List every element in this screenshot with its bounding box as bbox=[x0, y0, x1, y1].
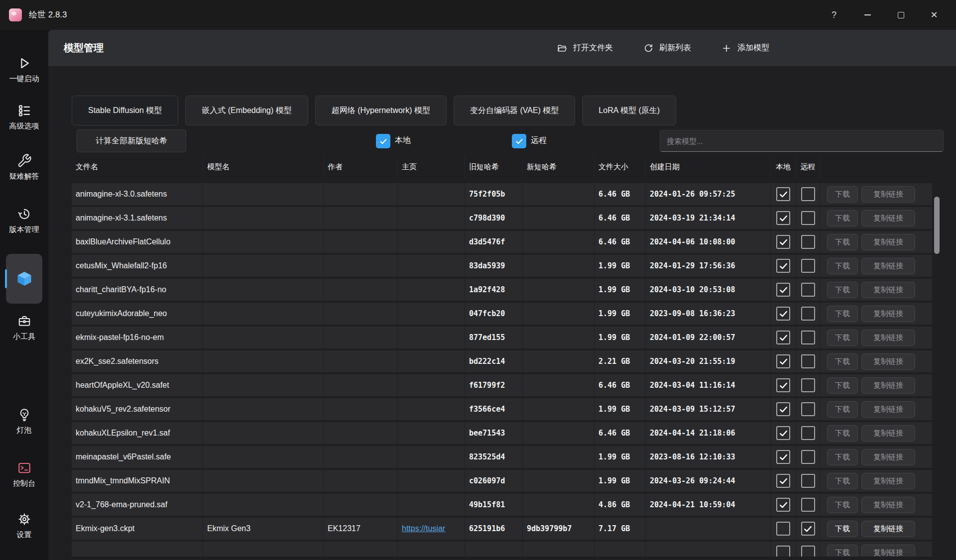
download-button[interactable]: 下载 bbox=[827, 234, 858, 250]
copy-link-button[interactable]: 复制链接 bbox=[861, 186, 915, 203]
remote-checkbox[interactable] bbox=[801, 259, 815, 273]
sidebar-item-console[interactable]: 控制台 bbox=[0, 460, 48, 488]
local-checkbox[interactable] bbox=[776, 426, 790, 440]
download-button[interactable]: 下载 bbox=[827, 473, 858, 489]
remote-checkbox[interactable] bbox=[801, 283, 815, 297]
copy-link-button[interactable]: 复制链接 bbox=[861, 353, 915, 370]
local-checkbox[interactable] bbox=[776, 498, 790, 512]
download-button[interactable]: 下载 bbox=[827, 186, 858, 203]
local-checkbox[interactable] bbox=[776, 474, 790, 488]
open-folder-button[interactable]: 打开文件夹 bbox=[557, 43, 613, 54]
download-button[interactable]: 下载 bbox=[827, 449, 858, 465]
remote-checkbox[interactable] bbox=[801, 331, 815, 344]
column-header[interactable]: 文件名 bbox=[72, 155, 203, 178]
download-button[interactable]: 下载 bbox=[827, 330, 858, 346]
tab-2[interactable]: 超网络 (Hypernetwork) 模型 bbox=[315, 96, 447, 125]
local-checkbox[interactable] bbox=[776, 211, 790, 225]
local-checkbox[interactable] bbox=[776, 331, 790, 344]
remote-checkbox[interactable] bbox=[801, 474, 815, 488]
remote-checkbox[interactable] bbox=[801, 522, 815, 536]
remote-checkbox[interactable] bbox=[801, 498, 815, 512]
tab-1[interactable]: 嵌入式 (Embedding) 模型 bbox=[185, 96, 308, 125]
local-checkbox[interactable] bbox=[776, 402, 790, 416]
remote-checkbox[interactable] bbox=[801, 307, 815, 321]
column-header[interactable]: 作者 bbox=[324, 155, 398, 178]
add-model-button[interactable]: 添加模型 bbox=[721, 43, 769, 54]
local-checkbox[interactable] bbox=[776, 283, 790, 297]
download-button[interactable]: 下载 bbox=[827, 210, 858, 226]
copy-link-button[interactable]: 复制链接 bbox=[861, 449, 915, 465]
local-checkbox[interactable] bbox=[776, 522, 790, 536]
download-button[interactable]: 下载 bbox=[827, 353, 858, 370]
local-filter-checkbox[interactable] bbox=[376, 134, 390, 148]
download-button[interactable]: 下载 bbox=[827, 306, 858, 322]
homepage-link[interactable]: https://tusiar bbox=[402, 524, 445, 533]
copy-link-button[interactable]: 复制链接 bbox=[861, 521, 915, 537]
column-header[interactable]: 本地 bbox=[771, 155, 796, 178]
column-header[interactable]: 文件大小 bbox=[595, 155, 646, 178]
download-button[interactable]: 下载 bbox=[827, 401, 858, 418]
close-button[interactable]: ✕ bbox=[923, 3, 946, 26]
remote-checkbox[interactable] bbox=[801, 546, 815, 557]
download-button[interactable]: 下载 bbox=[827, 377, 858, 394]
copy-link-button[interactable]: 复制链接 bbox=[861, 306, 915, 322]
sidebar-item-quick-launch[interactable]: 一键启动 bbox=[0, 56, 48, 84]
local-checkbox[interactable] bbox=[776, 450, 790, 464]
sidebar-item-settings[interactable]: 设置 bbox=[0, 512, 48, 540]
copy-link-button[interactable]: 复制链接 bbox=[861, 401, 915, 418]
local-checkbox[interactable] bbox=[776, 546, 790, 557]
tab-3[interactable]: 变分自编码器 (VAE) 模型 bbox=[454, 96, 575, 125]
help-button[interactable]: ? bbox=[823, 3, 845, 26]
column-header[interactable] bbox=[820, 155, 932, 178]
column-header[interactable]: 模型名 bbox=[203, 155, 324, 178]
remote-checkbox[interactable] bbox=[801, 426, 815, 440]
download-button[interactable]: 下载 bbox=[827, 282, 858, 298]
copy-link-button[interactable]: 复制链接 bbox=[861, 282, 915, 298]
remote-checkbox[interactable] bbox=[801, 378, 815, 392]
sidebar-item-model-manage[interactable] bbox=[6, 254, 42, 304]
copy-link-button[interactable]: 复制链接 bbox=[861, 425, 915, 442]
column-header[interactable]: 远程 bbox=[796, 155, 820, 178]
maximize-button[interactable] bbox=[889, 3, 912, 26]
download-button[interactable]: 下载 bbox=[827, 425, 858, 442]
tab-0[interactable]: Stable Diffusion 模型 bbox=[72, 96, 178, 125]
download-button[interactable]: 下载 bbox=[827, 497, 858, 513]
column-header[interactable]: 创建日期 bbox=[646, 155, 771, 178]
remote-checkbox[interactable] bbox=[801, 402, 815, 416]
download-button[interactable]: 下载 bbox=[827, 545, 858, 557]
copy-link-button[interactable]: 复制链接 bbox=[861, 258, 915, 274]
copy-link-button[interactable]: 复制链接 bbox=[861, 234, 915, 250]
copy-link-button[interactable]: 复制链接 bbox=[861, 377, 915, 394]
remote-checkbox[interactable] bbox=[801, 187, 815, 201]
column-header[interactable]: 旧短哈希 bbox=[465, 155, 523, 178]
sidebar-item-small-tools[interactable]: 小工具 bbox=[0, 314, 48, 341]
minimize-button[interactable] bbox=[856, 3, 879, 26]
local-checkbox[interactable] bbox=[776, 378, 790, 392]
tab-4[interactable]: LoRA 模型 (原生) bbox=[582, 96, 676, 125]
search-input[interactable] bbox=[660, 130, 944, 152]
remote-filter-checkbox[interactable] bbox=[512, 134, 526, 148]
local-checkbox[interactable] bbox=[776, 307, 790, 321]
remote-checkbox[interactable] bbox=[801, 235, 815, 249]
local-checkbox[interactable] bbox=[776, 259, 790, 273]
remote-checkbox[interactable] bbox=[801, 211, 815, 225]
column-header[interactable]: 新短哈希 bbox=[523, 155, 595, 178]
local-checkbox[interactable] bbox=[776, 235, 790, 249]
remote-checkbox[interactable] bbox=[801, 354, 815, 368]
sidebar-item-troubleshoot[interactable]: 疑难解答 bbox=[0, 153, 48, 181]
copy-link-button[interactable]: 复制链接 bbox=[861, 210, 915, 226]
local-checkbox[interactable] bbox=[776, 354, 790, 368]
download-button[interactable]: 下载 bbox=[827, 258, 858, 274]
sidebar-item-version-manage[interactable]: 版本管理 bbox=[0, 207, 48, 234]
refresh-list-button[interactable]: 刷新列表 bbox=[643, 43, 691, 54]
download-button[interactable]: 下载 bbox=[827, 521, 858, 537]
sidebar-item-advanced-options[interactable]: 高级选项 bbox=[0, 103, 48, 131]
copy-link-button[interactable]: 复制链接 bbox=[861, 497, 915, 513]
copy-link-button[interactable]: 复制链接 bbox=[861, 473, 915, 489]
vertical-scrollbar[interactable] bbox=[934, 197, 940, 254]
compute-hash-button[interactable]: 计算全部新版短哈希 bbox=[77, 129, 186, 152]
copy-link-button[interactable]: 复制链接 bbox=[861, 545, 915, 557]
local-checkbox[interactable] bbox=[776, 187, 790, 201]
remote-checkbox[interactable] bbox=[801, 450, 815, 464]
copy-link-button[interactable]: 复制链接 bbox=[861, 330, 915, 346]
